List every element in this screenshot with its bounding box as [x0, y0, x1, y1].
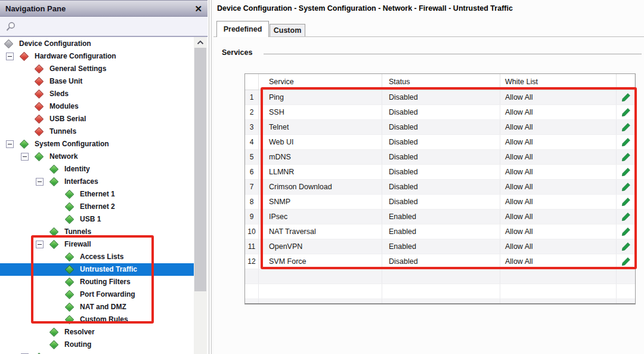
tree-item-nat-and-dmz[interactable]: NAT and DMZ: [0, 301, 194, 313]
cell-service: [259, 299, 382, 304]
tree-item-usb-serial[interactable]: USB Serial: [0, 113, 194, 125]
tab-divider: [213, 36, 644, 37]
tree-item-modules[interactable]: Modules: [0, 100, 194, 113]
scroll-up-button[interactable]: [194, 37, 207, 48]
tree-item-label: USB 1: [80, 215, 101, 223]
tree-item-untrusted-traffic[interactable]: Untrusted Traffic: [0, 263, 194, 276]
tree-item-network[interactable]: Network: [0, 150, 194, 163]
main-panel: Device Configuration - System Configurat…: [213, 0, 644, 354]
tree-item-sleds[interactable]: Sleds: [0, 88, 194, 100]
cell-service: [259, 269, 382, 284]
pane-splitter[interactable]: [208, 0, 213, 354]
tree-item-access-lists[interactable]: Access Lists: [0, 251, 194, 263]
tree-item-system-configuration[interactable]: System Configuration: [0, 138, 194, 150]
green-diamond-icon: [49, 327, 59, 337]
edit-pencil-icon[interactable]: [621, 167, 631, 177]
green-diamond-icon: [64, 252, 75, 262]
expander-minus-icon[interactable]: [36, 178, 44, 186]
tab-custom[interactable]: Custom: [270, 24, 305, 36]
column-header-service: Service: [259, 74, 382, 90]
table-row-snmp[interactable]: 8SNMPDisabledAllow All: [245, 195, 635, 210]
expander-minus-icon[interactable]: [21, 153, 29, 161]
edit-pencil-icon[interactable]: [621, 152, 631, 162]
nav-scrollbar[interactable]: [194, 37, 207, 354]
cell-edit: [617, 210, 635, 224]
green-diamond-icon: [64, 214, 75, 224]
tree-item-custom-rules[interactable]: Custom Rules: [0, 313, 194, 326]
expander-minus-icon[interactable]: [36, 241, 44, 248]
tree-item-label: Modules: [49, 102, 79, 110]
table-row-nat-traversal[interactable]: 10NAT TraversalEnabledAllow All: [245, 224, 635, 239]
edit-pencil-icon[interactable]: [621, 122, 631, 132]
tree-item-routing-filters[interactable]: Routing Filters: [0, 276, 194, 288]
cell-service: SVM Force: [259, 254, 382, 269]
tree-item-label: System Configuration: [35, 140, 109, 148]
search-bar[interactable]: [0, 17, 208, 37]
tree-item-general-settings[interactable]: General Settings: [0, 63, 194, 75]
cell-status: Enabled: [382, 239, 500, 254]
table-row-svm-force[interactable]: 12SVM ForceDisabledAllow All: [245, 254, 635, 269]
green-diamond-icon: [34, 152, 44, 162]
table-row-empty: [245, 284, 635, 299]
tree-item-label: Firewall: [64, 240, 91, 248]
cell-white_list: Allow All: [500, 150, 617, 164]
table-row-ping[interactable]: 1PingDisabledAllow All: [245, 90, 635, 105]
tree-item-ethernet-1[interactable]: Ethernet 1: [0, 188, 194, 201]
tree-item-interfaces[interactable]: Interfaces: [0, 176, 194, 188]
table-row-telnet[interactable]: 3TelnetDisabledAllow All: [245, 120, 635, 135]
tree-item-device-configuration[interactable]: Device Configuration: [0, 38, 194, 50]
expander-minus-icon[interactable]: [6, 140, 14, 148]
tree-item-identity[interactable]: Identity: [0, 163, 194, 176]
section-label: Services: [222, 48, 252, 57]
tree-item-ethernet-2[interactable]: Ethernet 2: [0, 201, 194, 213]
table-row-llmnr[interactable]: 6LLMNRDisabledAllow All: [245, 165, 635, 180]
cell-status: Disabled: [382, 120, 500, 134]
tree-item-firewall[interactable]: Firewall: [0, 238, 194, 251]
tree-item-services[interactable]: Services: [0, 351, 194, 354]
edit-pencil-icon[interactable]: [621, 107, 631, 117]
cell-num: 10: [245, 224, 259, 239]
edit-pencil-icon[interactable]: [621, 242, 631, 251]
cell-edit: [617, 195, 635, 209]
edit-pencil-icon[interactable]: [621, 227, 631, 236]
tree-item-routing[interactable]: Routing: [0, 338, 194, 351]
edit-pencil-icon[interactable]: [621, 93, 631, 102]
green-diamond-icon: [49, 177, 59, 187]
edit-pencil-icon[interactable]: [621, 197, 631, 207]
cell-edit: [617, 299, 635, 304]
table-row-web-ui[interactable]: 4Web UIDisabledAllow All: [245, 135, 635, 150]
green-diamond-icon: [49, 340, 59, 350]
green-diamond-icon: [49, 239, 59, 250]
cell-service: SSH: [259, 105, 382, 119]
table-row-openvpn[interactable]: 11OpenVPNEnabledAllow All: [245, 239, 635, 254]
cell-status: Disabled: [382, 254, 500, 269]
green-diamond-icon: [64, 302, 75, 312]
tree-item-hardware-configuration[interactable]: Hardware Configuration: [0, 50, 194, 63]
tree-item-label: General Settings: [49, 64, 106, 73]
tab-predefined[interactable]: Predefined: [216, 21, 269, 37]
tree-item-tunnels[interactable]: Tunnels: [0, 226, 194, 238]
table-row-crimson-download[interactable]: 7Crimson DownloadDisabledAllow All: [245, 180, 635, 195]
table-row-ipsec[interactable]: 9IPsecEnabledAllow All: [245, 210, 635, 224]
table-row-ssh[interactable]: 2SSHDisabledAllow All: [245, 105, 635, 120]
expander-minus-icon[interactable]: [6, 53, 14, 60]
tree-item-base-unit[interactable]: Base Unit: [0, 75, 194, 88]
tree-item-label: Ethernet 2: [80, 202, 115, 211]
edit-pencil-icon[interactable]: [621, 137, 631, 147]
cell-white_list: [500, 299, 617, 304]
cell-service: [259, 284, 382, 298]
edit-pencil-icon[interactable]: [621, 212, 631, 221]
tree-item-usb-1[interactable]: USB 1: [0, 213, 194, 226]
edit-pencil-icon[interactable]: [621, 182, 631, 192]
cell-white_list: Allow All: [500, 90, 617, 104]
close-icon[interactable]: ✕: [194, 4, 202, 13]
gray-diamond-icon: [4, 39, 14, 49]
scrollbar-thumb[interactable]: [194, 48, 206, 291]
edit-pencil-icon[interactable]: [621, 257, 631, 266]
table-row-mdns[interactable]: 5mDNSDisabledAllow All: [245, 150, 635, 165]
tree-item-tunnels[interactable]: Tunnels: [0, 125, 194, 138]
services-table: ServiceStatusWhite List1PingDisabledAllo…: [244, 73, 636, 304]
tree-item-resolver[interactable]: Resolver: [0, 326, 194, 338]
tree-item-port-forwarding[interactable]: Port Forwarding: [0, 288, 194, 301]
tree-item-label: Tunnels: [64, 227, 91, 236]
